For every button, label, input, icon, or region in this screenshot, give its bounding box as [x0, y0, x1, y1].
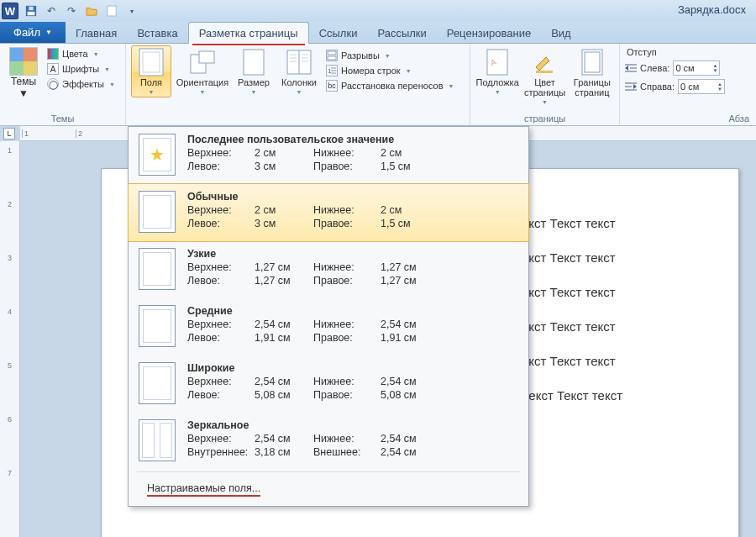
open-icon[interactable]	[84, 3, 99, 18]
margins-option-icon	[139, 419, 176, 461]
margins-dropdown: ★Последнее пользовательское значениеВерх…	[128, 126, 529, 507]
margins-option-values: Верхнее:2,54 смНижнее:2,54 смЛевое:1,91 …	[187, 319, 518, 344]
tab-review[interactable]: Рецензирование	[437, 23, 541, 43]
margins-value-cell: Правое:	[313, 275, 381, 287]
word-app-icon[interactable]: W	[2, 3, 18, 19]
margins-value-cell: Левое:	[187, 161, 255, 172]
watermark-button[interactable]: A Подложка ▼	[475, 45, 519, 95]
margins-value-cell: 2 см	[381, 147, 439, 159]
tab-mailings[interactable]: Рассылки	[367, 23, 436, 43]
indent-left-label: Слева:	[640, 63, 669, 73]
margins-option-text: Последнее пользовательское значениеВерхн…	[187, 134, 518, 176]
page-color-button[interactable]: Цвет страницы ▼	[522, 45, 566, 105]
star-icon: ★	[150, 145, 165, 165]
margins-value-cell: Правое:	[313, 161, 381, 172]
ruler-tick: 2	[8, 200, 12, 208]
tab-insert[interactable]: Вставка	[127, 23, 187, 43]
theme-effects-button[interactable]: ◯ Эффекты ▼	[45, 77, 117, 91]
chevron-down-icon: ▼	[542, 99, 548, 105]
columns-button[interactable]: Колонки ▼	[277, 45, 321, 95]
margins-option-title: Широкие	[187, 362, 518, 374]
breaks-label: Разрывы	[341, 50, 380, 61]
group-page-background: A Подложка ▼ Цвет страницы ▼ Границы стр…	[470, 44, 620, 125]
group-themes-label: Темы	[5, 112, 120, 125]
margins-option-text: УзкиеВерхнее:1,27 смНижнее:1,27 смЛевое:…	[187, 248, 518, 290]
margins-icon	[138, 49, 165, 76]
svg-rect-26	[582, 50, 602, 75]
new-icon[interactable]	[104, 3, 119, 18]
page-borders-button[interactable]: Границы страниц	[570, 45, 614, 97]
margins-option-values: Верхнее:2,54 смНижнее:2,54 смЛевое:5,08 …	[187, 376, 518, 401]
margins-value-cell: 2,54 см	[381, 319, 439, 330]
margins-option-title: Последнее пользовательское значение	[187, 134, 518, 145]
tab-stop-selector[interactable]: L	[3, 128, 15, 140]
tab-page-layout[interactable]: Разметка страницы	[188, 22, 309, 44]
save-icon[interactable]	[24, 3, 39, 18]
margins-option[interactable]: ЗеркальноеВерхнее:2,54 смНижнее:2,54 смВ…	[129, 413, 528, 470]
chevron-down-icon: ▼	[200, 89, 206, 95]
orientation-button[interactable]: Ориентация ▼	[175, 45, 230, 95]
custom-margins-button[interactable]: Настраиваемые поля...	[129, 474, 528, 506]
qat-customize-icon[interactable]: ▾	[124, 3, 139, 18]
margins-value-cell: Правое:	[313, 332, 381, 344]
margins-value-cell: Нижнее:	[313, 319, 381, 330]
theme-colors-button[interactable]: Цвета ▼	[45, 47, 117, 61]
margins-option[interactable]: УзкиеВерхнее:1,27 смНижнее:1,27 смЛевое:…	[129, 241, 528, 298]
margins-option[interactable]: СредниеВерхнее:2,54 смНижнее:2,54 смЛево…	[129, 298, 528, 355]
size-button[interactable]: Размер ▼	[234, 45, 274, 95]
chevron-down-icon: ▼	[104, 66, 110, 72]
redo-icon[interactable]: ↷	[64, 3, 79, 18]
document-title: Зарядка.docx	[678, 3, 746, 16]
margins-value-cell: Верхнее:	[187, 376, 255, 387]
margins-option-values: Верхнее:2 смНижнее:2 смЛевое:3 смПравое:…	[187, 147, 518, 172]
tab-home[interactable]: Главная	[66, 23, 127, 43]
margins-value-cell: 2 см	[255, 147, 313, 159]
ruler-tick: 6	[8, 415, 12, 424]
themes-button[interactable]: Темы ▼	[5, 45, 42, 99]
page-borders-icon	[579, 49, 606, 76]
margins-button[interactable]: Поля ▼	[131, 45, 171, 97]
svg-rect-7	[199, 51, 214, 63]
breaks-icon	[326, 50, 338, 61]
margins-value-cell: 1,27 см	[381, 275, 439, 287]
margins-value-cell: Левое:	[187, 332, 255, 344]
vertical-ruler[interactable]: 1 2 3 4 5 6 7	[0, 141, 20, 537]
spinner-arrows-icon[interactable]: ▲▼	[717, 82, 722, 92]
quick-access-toolbar: W ↶ ↷ ▾	[0, 3, 139, 19]
theme-fonts-button[interactable]: A Шрифты ▼	[45, 62, 117, 76]
margins-option[interactable]: ОбычныеВерхнее:2 смНижнее:2 смЛевое:3 см…	[128, 183, 529, 242]
ruler-tick: 1	[22, 129, 29, 138]
tab-view[interactable]: Вид	[541, 23, 581, 43]
size-label: Размер	[238, 77, 270, 87]
orientation-label: Ориентация	[176, 77, 228, 87]
indent-left-input[interactable]: 0 см ▲▼	[673, 61, 720, 76]
chevron-down-icon: ▼	[149, 89, 155, 95]
line-numbers-button[interactable]: 1 Номера строк ▼	[324, 64, 455, 77]
margins-option-text: ЗеркальноеВерхнее:2,54 смНижнее:2,54 смВ…	[187, 419, 518, 461]
margins-value-cell: 1,27 см	[255, 261, 313, 273]
margins-option-title: Узкие	[187, 248, 518, 260]
line-numbers-label: Номера строк	[341, 66, 401, 76]
page-color-label: Цвет страницы	[522, 77, 566, 97]
spinner-arrows-icon[interactable]: ▲▼	[712, 63, 717, 73]
margins-option-text: СредниеВерхнее:2,54 смНижнее:2,54 смЛево…	[187, 305, 518, 347]
margins-option[interactable]: ★Последнее пользовательское значениеВерх…	[129, 127, 528, 184]
tab-references[interactable]: Ссылки	[309, 23, 368, 43]
breaks-button[interactable]: Разрывы ▼	[324, 49, 455, 62]
margins-value-cell: Нижнее:	[313, 433, 381, 445]
margins-option[interactable]: ШирокиеВерхнее:2,54 смНижнее:2,54 смЛево…	[129, 355, 528, 413]
workspace: L 1 2 3 4 5 6 1 2 3 4 5 6 7 екст Текст т…	[0, 126, 756, 537]
margins-value-cell: 3,18 см	[255, 446, 313, 458]
indent-right-input[interactable]: 0 см ▲▼	[678, 79, 725, 94]
margins-option-icon	[139, 305, 176, 347]
hyphenation-icon: bc	[326, 80, 338, 92]
tab-file-label: Файл	[13, 26, 40, 39]
svg-rect-25	[536, 71, 553, 73]
margins-option-icon	[139, 191, 176, 233]
title-bar: W ↶ ↷ ▾ Зарядка.docx	[0, 0, 756, 22]
margins-option-title: Обычные	[187, 191, 518, 203]
undo-icon[interactable]: ↶	[44, 3, 59, 18]
tab-file[interactable]: Файл ▼	[0, 22, 66, 43]
hyphenation-button[interactable]: bc Расстановка переносов ▼	[324, 79, 455, 92]
margins-value-cell: Верхнее:	[187, 204, 255, 216]
